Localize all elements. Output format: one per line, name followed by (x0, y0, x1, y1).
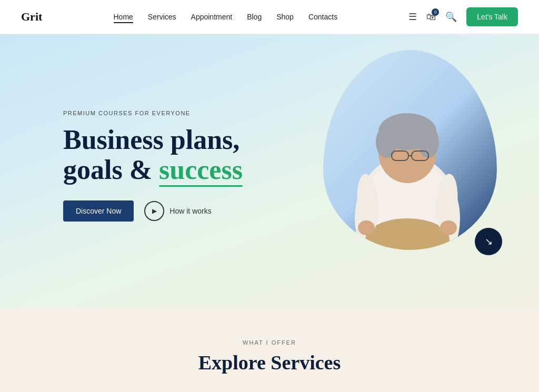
services-section: What I Offer Explore Services Profession… (0, 308, 539, 392)
nav-services[interactable]: Services (148, 13, 176, 21)
arrow-scroll-button[interactable]: ↘ (475, 228, 502, 255)
svg-point-14 (440, 220, 457, 235)
hero-title-line2: goals & (63, 155, 159, 185)
cart-badge: 0 (432, 8, 439, 16)
services-label: What I Offer (21, 339, 518, 346)
person-illustration (323, 55, 492, 250)
logo: Grit (21, 10, 42, 24)
hero-content: Premium Courses For Everyone Business pl… (63, 110, 243, 222)
hero-image-area: ↘ (318, 39, 507, 282)
svg-point-13 (358, 220, 375, 235)
nav-links: Home Services Appointment Blog Shop Cont… (114, 12, 338, 22)
nav-contacts[interactable]: Contacts (308, 13, 337, 21)
services-title: Explore Services (21, 351, 518, 374)
nav-blog[interactable]: Blog (247, 13, 262, 21)
discover-button[interactable]: Discover Now (63, 200, 134, 222)
hero-title-line1: Business plans, (63, 125, 239, 155)
cta-button[interactable]: Let's Talk (466, 7, 518, 26)
nav-appointment[interactable]: Appointment (191, 13, 233, 21)
navbar: Grit Home Services Appointment Blog Shop… (0, 0, 539, 34)
nav-home[interactable]: Home (114, 13, 133, 23)
nav-right: ☰ 🛍 0 🔍 Let's Talk (408, 7, 518, 26)
play-icon: ▶ (144, 201, 164, 221)
how-it-works-button[interactable]: ▶ How it works (144, 201, 211, 221)
hero-circle (323, 50, 497, 250)
hero-section: Premium Courses For Everyone Business pl… (0, 34, 539, 308)
menu-icon[interactable]: ☰ (408, 11, 417, 23)
nav-shop[interactable]: Shop (276, 13, 294, 21)
cart-icon[interactable]: 🛍 0 (426, 12, 436, 23)
hero-title: Business plans, goals & success (63, 125, 243, 185)
hero-buttons: Discover Now ▶ How it works (63, 200, 243, 222)
how-it-works-label: How it works (169, 207, 211, 215)
search-icon[interactable]: 🔍 (445, 11, 457, 23)
svg-point-5 (376, 126, 397, 158)
hero-subtitle: Premium Courses For Everyone (63, 110, 243, 116)
hero-title-highlight: success (159, 155, 243, 185)
